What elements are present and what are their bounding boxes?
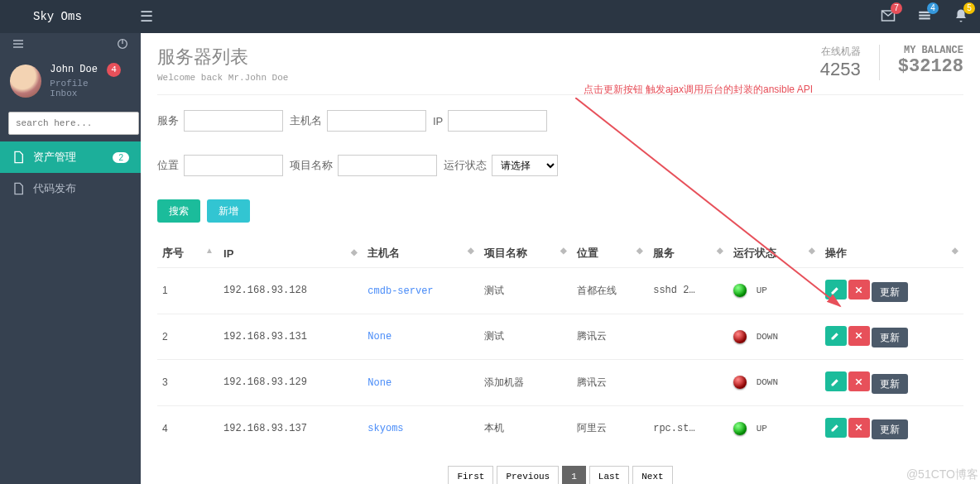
filter-input-hostname[interactable] xyxy=(327,110,426,132)
file-icon xyxy=(12,151,25,164)
host-link[interactable]: None xyxy=(368,331,392,343)
pager-first[interactable]: First xyxy=(448,466,493,484)
tasks-icon[interactable]: 4 xyxy=(917,8,932,26)
cell-status: DOWN xyxy=(728,314,820,360)
edit-button[interactable] xyxy=(825,280,847,300)
filter-select-status[interactable]: 请选择 xyxy=(492,155,558,176)
status-text: UP xyxy=(757,424,767,434)
update-button[interactable]: 更新 xyxy=(872,328,908,347)
cell-op: 更新 xyxy=(820,314,963,360)
cell-svc: rpc.st… xyxy=(648,405,728,451)
filter-input-service[interactable] xyxy=(184,110,283,132)
cell-op: 更新 xyxy=(820,405,963,451)
cell-idx: 3 xyxy=(157,360,219,406)
cell-svc xyxy=(648,360,728,406)
sidebar-item-badge: 2 xyxy=(113,152,129,163)
user-info: John Doe 4 Profile Inbox xyxy=(50,63,131,98)
user-name: John Doe xyxy=(50,64,98,75)
cell-host: cmdb-server xyxy=(363,268,479,314)
filter-label-project: 项目名称 xyxy=(290,158,333,173)
search-filter-button[interactable]: 搜索 xyxy=(157,199,200,223)
cell-project: 测试 xyxy=(479,268,571,314)
filter-bar: 服务 主机名 IP 位置 项目名称 运行状态请选择 搜索 新增 xyxy=(157,110,963,223)
file-icon xyxy=(12,182,25,195)
update-button[interactable]: 更新 xyxy=(872,374,908,394)
sidebar-menu-icon[interactable] xyxy=(12,37,25,53)
brand: Sky Oms xyxy=(33,10,82,23)
table-row: 2192.168.93.131None测试腾讯云DOWN更新 xyxy=(157,314,963,360)
edit-button[interactable] xyxy=(825,418,847,438)
col-svc[interactable]: 服务◆ xyxy=(648,239,728,268)
cell-pos: 首都在线 xyxy=(572,268,649,314)
pager-last[interactable]: Last xyxy=(589,466,629,484)
cell-idx: 2 xyxy=(157,314,219,360)
delete-button[interactable] xyxy=(848,418,870,438)
sidebar-item-label: 资产管理 xyxy=(33,150,76,165)
col-idx[interactable]: 序号▲ xyxy=(157,239,219,268)
edit-button[interactable] xyxy=(825,371,847,391)
filter-input-ip[interactable] xyxy=(448,110,547,132)
host-link[interactable]: cmdb-server xyxy=(368,285,433,297)
filter-label-position: 位置 xyxy=(157,158,179,173)
pager-next[interactable]: Next xyxy=(632,466,672,484)
mail-badge: 7 xyxy=(891,2,902,14)
sidebar-item-label: 代码发布 xyxy=(33,181,76,196)
edit-button[interactable] xyxy=(825,326,847,346)
power-icon[interactable] xyxy=(116,37,129,53)
mail-icon[interactable]: 7 xyxy=(881,8,896,26)
topbar-right: 7 4 5 xyxy=(881,8,968,26)
cell-ip: 192.168.93.129 xyxy=(219,360,363,406)
delete-button[interactable] xyxy=(848,326,870,346)
cell-idx: 4 xyxy=(157,405,219,451)
host-link[interactable]: skyoms xyxy=(368,423,403,434)
bell-badge: 5 xyxy=(963,2,975,14)
filter-label-ip: IP xyxy=(433,115,443,127)
col-host[interactable]: 主机名◆ xyxy=(363,239,479,268)
filter-input-position[interactable] xyxy=(184,155,283,176)
bell-icon[interactable]: 5 xyxy=(954,8,968,26)
table-row: 4192.168.93.137skyoms本机阿里云rpc.st…UP更新 xyxy=(157,405,963,451)
filter-input-project[interactable] xyxy=(338,155,437,176)
col-op[interactable]: 操作◆ xyxy=(820,239,963,268)
menu-toggle-icon[interactable]: ☰ xyxy=(140,7,153,26)
cell-ip: 192.168.93.137 xyxy=(219,405,363,451)
sidebar-item-deploy[interactable]: 代码发布 xyxy=(0,173,141,204)
main: 服务器列表 Welcome back Mr.John Doe 在线机器 4253… xyxy=(141,33,980,484)
filter-label-status: 运行状态 xyxy=(444,158,487,173)
update-button[interactable]: 更新 xyxy=(872,282,908,302)
page-title: 服务器列表 xyxy=(157,45,288,69)
update-button[interactable]: 更新 xyxy=(872,419,908,439)
col-pos[interactable]: 位置◆ xyxy=(572,239,649,268)
table: 序号▲ IP◆ 主机名◆ 项目名称◆ 位置◆ 服务◆ 运行状态◆ 操作◆ 119… xyxy=(157,239,963,451)
topbar: Sky Oms ☰ 7 4 5 xyxy=(0,0,980,33)
cell-svc: sshd 2… xyxy=(648,268,728,314)
host-link[interactable]: None xyxy=(368,377,392,389)
pager-page[interactable]: 1 xyxy=(562,466,586,484)
sidebar-item-assets[interactable]: 资产管理 2 xyxy=(0,141,141,173)
cell-op: 更新 xyxy=(820,360,963,406)
cell-status: UP xyxy=(728,268,820,314)
tasks-badge: 4 xyxy=(927,2,939,14)
head-stats: 在线机器 4253 MY BALANCE $32128 xyxy=(820,45,963,80)
filter-label-hostname: 主机名 xyxy=(290,113,322,128)
user-card: John Doe 4 Profile Inbox xyxy=(0,56,141,105)
pager-prev[interactable]: Previous xyxy=(497,466,559,484)
sidebar-top xyxy=(0,33,141,56)
col-ip[interactable]: IP◆ xyxy=(219,239,363,268)
delete-button[interactable] xyxy=(848,280,870,300)
cell-op: 更新 xyxy=(820,268,963,314)
profile-link[interactable]: Profile xyxy=(50,79,88,89)
inbox-link[interactable]: Inbox xyxy=(50,89,77,98)
cell-status: DOWN xyxy=(728,360,820,406)
col-project[interactable]: 项目名称◆ xyxy=(479,239,571,268)
avatar[interactable] xyxy=(10,65,41,98)
delete-button[interactable] xyxy=(848,371,870,391)
status-dot-icon xyxy=(733,376,747,389)
col-status[interactable]: 运行状态◆ xyxy=(728,239,820,268)
page-subtitle: Welcome back Mr.John Doe xyxy=(157,73,288,83)
status-dot-icon xyxy=(733,422,747,435)
search-input[interactable] xyxy=(8,112,139,135)
table-row: 3192.168.93.129None添加机器腾讯云DOWN更新 xyxy=(157,360,963,406)
add-button[interactable]: 新增 xyxy=(207,199,250,223)
cell-ip: 192.168.93.128 xyxy=(219,268,363,314)
